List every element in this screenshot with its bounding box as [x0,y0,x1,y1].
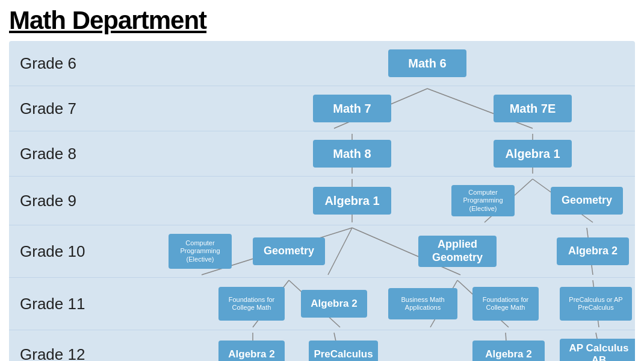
algebra1-9-box[interactable]: Algebra 1 [313,187,391,215]
grade-12-content: Algebra 2 PreCalculus Algebra 2 AP Calcu… [111,333,635,361]
algebra2-12b-box[interactable]: Algebra 2 [472,341,545,361]
grade-8-row: Grade 8 Math 8 Algebra 1 [9,131,635,177]
svg-line-8 [328,228,352,275]
grade-11-content: Foundations for College Math Algebra 2 B… [111,280,635,327]
math7e-box[interactable]: Math 7E [494,95,572,122]
found-college-11a-box[interactable]: Foundations for College Math [218,287,285,321]
grade-8-label: Grade 8 [9,145,111,163]
math6-box[interactable]: Math 6 [388,49,466,77]
comp-prog-9-box[interactable]: Computer Programming (Elective) [451,185,515,216]
grade-9-label: Grade 9 [9,192,111,210]
grade-12-label: Grade 12 [9,345,111,362]
found-college-11b-box[interactable]: Foundations for College Math [472,287,539,321]
geometry-9-box[interactable]: Geometry [551,187,623,215]
geometry-10-box[interactable]: Geometry [253,237,325,265]
applied-geo-box[interactable]: Applied Geometry [418,236,497,267]
precalc-ap-box[interactable]: PreCalculus or AP PreCalculus [560,287,632,321]
math8-box[interactable]: Math 8 [313,140,391,168]
grade-12-row: Grade 12 Algebra 2 PreCalculus Algebra 2… [9,330,635,361]
grade-11-row: Grade 11 Foundations for College Math Al… [9,278,635,330]
grade-10-content: Computer Programming (Elective) Geometry… [111,228,635,275]
grade-8-content: Math 8 Algebra 1 [111,134,635,174]
grade-10-row: Grade 10 Computer Programming (Elective)… [9,225,635,278]
grade-9-content: Algebra 1 Computer Programming (Elective… [111,179,635,222]
comp-prog-10-box[interactable]: Computer Programming (Elective) [169,234,232,269]
grade-7-content: Math 7 Math 7E [111,89,635,128]
grade-6-label: Grade 6 [9,54,111,73]
page: Math Department Grade 6 Math 6 Grade 7 [0,0,644,361]
precalc-box[interactable]: PreCalculus [309,341,378,361]
grade-6-row: Grade 6 Math 6 [9,41,635,86]
grade-9-row: Grade 9 Algebra 1 Computer Programming (… [9,177,635,225]
grade-7-row: Grade 7 Math 7 Math 7E [9,86,635,131]
page-title: Math Department [9,6,635,35]
grade-7-label: Grade 7 [9,99,111,118]
grade-10-label: Grade 10 [9,242,111,261]
grade-6-content: Math 6 [111,43,635,83]
business-math-box[interactable]: Business Math Applications [388,288,457,319]
algebra1-8-box[interactable]: Algebra 1 [494,140,572,168]
algebra2-12a-box[interactable]: Algebra 2 [218,341,285,361]
grade-11-label: Grade 11 [9,295,111,313]
algebra2-10-box[interactable]: Algebra 2 [557,237,629,265]
ap-calc-box[interactable]: AP Calculus AB [560,339,635,361]
algebra2-11a-box[interactable]: Algebra 2 [301,290,367,318]
math7-box[interactable]: Math 7 [313,95,391,122]
chart-container: Grade 6 Math 6 Grade 7 Math 7 Mat [9,41,635,361]
